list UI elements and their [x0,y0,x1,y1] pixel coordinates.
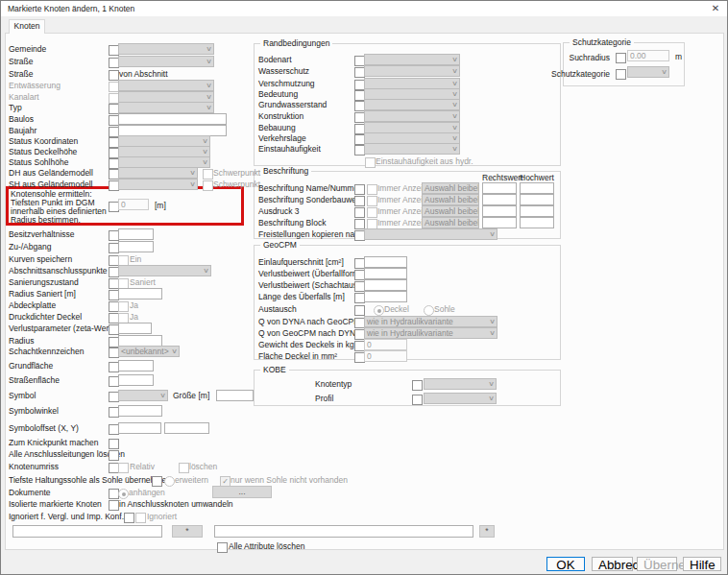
beschriftung-block-hochwert-input[interactable] [520,217,554,228]
erweitern-radio[interactable] [164,476,175,487]
tiefste-haltungssohle-label: Tiefste Haltungssohle als Sohle übernehm… [9,475,171,485]
attribute-input-left[interactable] [12,525,162,538]
knotenumriss-loeschen-checkbox[interactable] [179,463,189,473]
abdeckplatte-ja-checkbox[interactable] [118,301,129,312]
symboloffset-x-input[interactable] [118,422,161,434]
verlustparameter-input[interactable] [118,323,152,334]
einstau-aus-hydr-checkbox[interactable] [365,157,376,168]
besitzverhaeltnisse-input[interactable] [118,228,154,240]
schutzkategorie-dropdown[interactable]: ∨ [627,66,669,78]
symboloffset-y-input[interactable] [164,422,209,434]
beschriftung-name-hochwert-input[interactable] [520,182,554,194]
deckel-radio[interactable] [374,305,384,316]
laenge-ueberfall-input[interactable] [364,291,407,302]
suchradius-input[interactable]: 0.00 [627,50,669,61]
ausdruck3-dropdown[interactable]: Auswahl beibehalt∨ [422,205,479,217]
verlustbeiwert-ueberfall-input[interactable] [364,268,407,279]
chevron-down-icon: ∨ [451,124,458,132]
group-geocpm-legend: GeoCPM [260,240,300,250]
abschnittsanschlusspunkte-dropdown[interactable]: ∨ [118,265,211,276]
ausdruck3-rechtswert-input[interactable] [482,205,517,217]
strasse-dropdown[interactable]: ∨ [118,56,214,67]
isolierte-knoten-checkbox[interactable] [109,500,119,511]
abbrechen-button[interactable]: Abbrechen [592,557,633,571]
beschriftung-block-rechtswert-input[interactable] [482,217,517,228]
schutzkategorie-checkbox[interactable] [616,69,626,80]
chevron-down-icon: ∨ [661,68,667,76]
freistellungen-dropdown[interactable]: ∨ [364,228,497,240]
grundwasserstand-label: Grundwasserstand [258,100,327,109]
dokumente-browse-button[interactable]: ... [212,486,272,498]
beschriftung-sonderbauwerk-checkbox[interactable] [354,196,365,206]
uebernehmen-button[interactable]: Übernehmen [637,557,677,571]
konstruktion-dropdown[interactable]: ∨ [364,110,460,122]
flaeche-deckel-input[interactable]: 0 [364,350,407,362]
close-icon[interactable]: ✕ [710,3,721,14]
typ-dropdown[interactable]: ∨ [118,102,214,113]
beschriftung-name-immer-checkbox[interactable] [367,184,377,195]
verlustbeiwert-schacht-input[interactable] [364,279,407,291]
sh-gelaendemodell-dropdown[interactable]: ∨ [118,179,198,190]
beschriftung-sonderbauwerk-rechtswert-input[interactable] [482,194,517,205]
wildcard-button-right[interactable]: * [479,525,495,538]
suchradius-checkbox[interactable] [616,53,626,63]
abdeckplatte-label: Abdeckplatte [9,300,56,310]
gemeinde-dropdown[interactable]: ∨ [118,43,214,55]
hilfe-button[interactable]: Hilfe [683,557,721,571]
ignoriert-checkbox[interactable] [135,513,146,523]
knotentyp-checkbox[interactable] [412,380,423,391]
beschriftung-name-checkbox[interactable] [354,184,365,195]
ignoriert-vergl-checkbox[interactable] [124,513,134,523]
baulos-input[interactable] [118,113,227,125]
knotensohle-radius-input[interactable]: 0 [118,199,149,210]
einstauhaeufigkeit-label: Einstauhäufigkeit [258,144,321,154]
sh-schwerpunkt-checkbox[interactable] [203,180,213,191]
austausch-checkbox[interactable] [354,305,365,316]
gewicht-deckel-input[interactable]: 0 [364,339,407,350]
grundflaeche-input[interactable] [118,360,154,371]
beschriftung-sonderbauwerk-dropdown[interactable]: Auswahl beibehalt∨ [422,194,479,205]
alle-attribute-loeschen-checkbox[interactable] [217,542,228,553]
wasserschutz-dropdown[interactable]: ∨ [364,65,460,77]
einlaufquerschnitt-input[interactable] [364,256,407,268]
anhaengen-radio[interactable] [118,489,129,499]
symbol-dropdown[interactable]: ∨ [118,390,168,401]
beschriftung-sonderbauwerk-hochwert-input[interactable] [520,194,554,205]
grundwasserstand-dropdown[interactable]: ∨ [364,99,460,110]
bodenart-dropdown[interactable]: ∨ [364,54,460,65]
attribute-input-right[interactable] [214,525,473,538]
knotentyp-dropdown[interactable]: ∨ [424,378,497,390]
schachtkennzeichen-dropdown[interactable]: <unbekannt>∨ [118,346,180,357]
dh-schwerpunkt-checkbox[interactable] [203,169,213,180]
ausdruck3-immer-checkbox[interactable] [367,207,377,218]
ausdruck3-checkbox[interactable] [354,207,365,218]
zu-abgang-input[interactable] [118,241,154,252]
beschriftung-name-dropdown[interactable]: Auswahl beibehalt∨ [422,182,479,194]
profil-dropdown[interactable]: ∨ [424,393,497,404]
beschriftung-sonderbauwerk-immer-checkbox[interactable] [367,196,377,206]
status-deckelhoehe-label: Status Deckelhöhe [9,147,77,156]
tab-knoten[interactable]: Knoten [9,19,45,34]
beschriftung-block-dropdown[interactable]: Auswahl beibehalt∨ [422,217,479,228]
q-dyna-geocpm-dropdown[interactable]: wie in Hydraulikvariante∨ [364,316,497,327]
beschriftung-name-rechtswert-input[interactable] [482,182,517,194]
profil-checkbox[interactable] [412,395,423,405]
symbolwinkel-input[interactable] [118,405,162,417]
entwaesserung-dropdown[interactable]: ∨ [118,80,214,91]
radius-saniert-input[interactable] [118,288,162,299]
wildcard-button-left[interactable]: * [172,525,203,538]
anschlussleitungen-loeschen-checkbox[interactable] [109,450,119,461]
knotenumriss-relativ-checkbox[interactable] [118,463,129,473]
ausdruck3-hochwert-input[interactable] [520,205,554,217]
groesse-input[interactable] [216,390,254,401]
strassenflaeche-input[interactable] [118,374,154,386]
zum-knickpunkt-checkbox[interactable] [109,439,119,449]
sohle-radio[interactable] [424,305,434,316]
einstauhaeufigkeit-dropdown[interactable]: ∨ [364,143,460,155]
symboloffset-label: Symboloffset (X, Y) [9,423,79,433]
tiefste-haltungssohle-checkbox[interactable] [152,476,162,487]
dh-gelaendemodell-dropdown[interactable]: ∨ [118,167,198,179]
q-geocpm-dyna-dropdown[interactable]: wie in Hydraulikvariante∨ [364,327,497,339]
ok-button[interactable]: OK [546,557,585,571]
ausdruck3-label: Ausdruck 3 [258,206,300,216]
